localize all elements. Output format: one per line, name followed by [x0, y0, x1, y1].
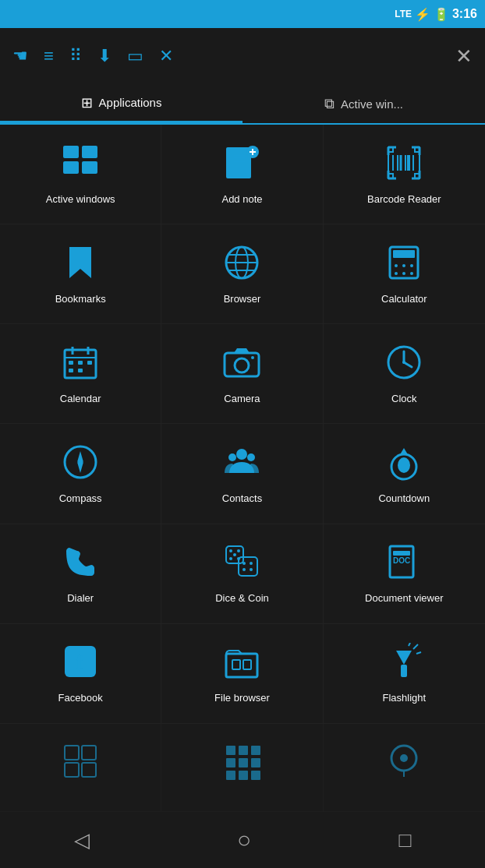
file-browser-label: File browser [214, 692, 270, 704]
contacts-label: Contacts [222, 492, 262, 504]
svg-rect-1 [82, 146, 97, 158]
flashlight-label: Flashlight [383, 692, 427, 704]
svg-point-63 [78, 460, 83, 464]
svg-rect-96 [226, 746, 235, 755]
x-icon[interactable]: ✕ [159, 46, 173, 66]
app-camera[interactable]: Camera [161, 324, 323, 424]
svg-point-65 [228, 453, 236, 461]
dialer-icon [62, 543, 99, 586]
app-grid2[interactable] [161, 724, 323, 812]
countdown-icon [385, 443, 423, 486]
svg-line-90 [409, 643, 410, 646]
toolbar: ☚ ≡ ⠿ ⬇ ▭ ✕ ✕ [0, 28, 485, 84]
camera-label: Camera [224, 393, 260, 404]
svg-point-42 [402, 272, 405, 275]
svg-rect-85 [226, 654, 257, 677]
app-file-browser[interactable]: File browser [161, 624, 323, 724]
countdown-label: Countdown [378, 492, 430, 504]
grid2-icon [223, 743, 260, 785]
svg-rect-95 [82, 763, 96, 777]
grid1-icon [62, 743, 99, 785]
tab-applications[interactable]: ⊞ Applications [0, 84, 242, 123]
app-calculator[interactable]: Calculator [324, 224, 485, 324]
camera-icon [223, 344, 260, 386]
app-flashlight[interactable]: Flashlight [324, 624, 485, 724]
svg-rect-88 [401, 665, 407, 677]
battery-icon: ⚡ [415, 7, 430, 22]
recent-button[interactable]: □ [399, 828, 412, 852]
svg-rect-51 [69, 369, 73, 372]
app-bookmarks[interactable]: Bookmarks [0, 224, 161, 324]
toolbar-icons: ☚ ≡ ⠿ ⬇ ▭ ✕ [12, 46, 173, 66]
menu-icon[interactable]: ≡ [44, 46, 54, 66]
svg-rect-104 [251, 771, 260, 780]
app-barcode-reader[interactable]: Barcode Reader [324, 125, 485, 224]
svg-point-64 [236, 449, 247, 460]
svg-point-106 [400, 754, 408, 762]
compass-icon [62, 443, 99, 486]
svg-rect-99 [226, 758, 235, 767]
app-map[interactable] [324, 724, 485, 812]
app-browser[interactable]: Browser [161, 224, 323, 324]
facebook-icon: f [62, 643, 99, 686]
bookmarks-label: Bookmarks [55, 293, 106, 305]
svg-rect-48 [69, 361, 73, 365]
calculator-label: Calculator [381, 293, 427, 305]
barcode-reader-label: Barcode Reader [367, 193, 441, 205]
app-facebook[interactable]: f Facebook [0, 624, 161, 724]
svg-rect-97 [239, 746, 248, 755]
home-button[interactable]: ○ [237, 827, 251, 853]
svg-point-39 [402, 264, 405, 267]
app-dice-coin[interactable]: Dice & Coin [161, 524, 323, 624]
app-grid1[interactable] [0, 724, 161, 812]
tab-active-windows[interactable]: ⧉ Active win... [242, 84, 485, 123]
svg-point-77 [237, 549, 240, 552]
bookmarks-icon [62, 244, 99, 287]
lte-indicator: LTE [395, 9, 412, 19]
svg-rect-94 [65, 763, 79, 777]
app-contacts[interactable]: Contacts [161, 424, 323, 524]
svg-rect-0 [63, 146, 79, 158]
status-bar: LTE ⚡ 🔋 3:16 [0, 0, 485, 28]
app-compass[interactable]: Compass [0, 424, 161, 524]
calculator-icon [385, 244, 423, 287]
dice-coin-label: Dice & Coin [215, 592, 269, 604]
svg-rect-103 [239, 771, 248, 780]
svg-rect-87 [243, 660, 251, 669]
svg-line-89 [413, 644, 418, 649]
svg-marker-30 [69, 247, 91, 278]
app-active-windows[interactable]: Active windows [0, 125, 161, 224]
app-add-note[interactable]: Add note [161, 125, 323, 224]
download-icon[interactable]: ⬇ [97, 46, 112, 66]
active-windows-icon [62, 144, 99, 187]
dice-coin-icon [223, 543, 260, 586]
app-dialer[interactable]: Dialer [0, 524, 161, 624]
app-countdown[interactable]: Countdown [324, 424, 485, 524]
app-clock[interactable]: Clock [324, 324, 485, 424]
svg-rect-50 [87, 361, 92, 365]
active-windows-tab-icon: ⧉ [324, 96, 335, 112]
svg-text:f: f [76, 650, 83, 674]
close-button[interactable]: ✕ [455, 44, 473, 69]
app-document-viewer[interactable]: DOC Document viewer [324, 524, 485, 624]
svg-rect-100 [239, 758, 248, 767]
add-note-label: Add note [221, 193, 262, 205]
browser-label: Browser [224, 293, 261, 305]
svg-rect-49 [78, 361, 83, 365]
touch-icon[interactable]: ☚ [12, 46, 28, 66]
nav-bar: ◁ ○ □ [0, 812, 485, 868]
dots-icon[interactable]: ⠿ [69, 46, 82, 66]
battery-icon2: 🔋 [434, 7, 449, 22]
active-windows-tab-label: Active win... [341, 97, 403, 111]
svg-point-76 [229, 549, 232, 552]
document-viewer-label: Document viewer [365, 592, 443, 604]
map-icon [385, 743, 423, 785]
svg-rect-2 [63, 161, 79, 174]
contacts-icon [223, 443, 260, 486]
compass-label: Compass [59, 492, 102, 504]
app-calendar[interactable]: Calendar [0, 324, 161, 424]
flashlight-icon [385, 643, 423, 686]
back-button[interactable]: ◁ [74, 828, 90, 852]
window-icon[interactable]: ▭ [127, 46, 143, 66]
svg-point-68 [398, 457, 410, 473]
